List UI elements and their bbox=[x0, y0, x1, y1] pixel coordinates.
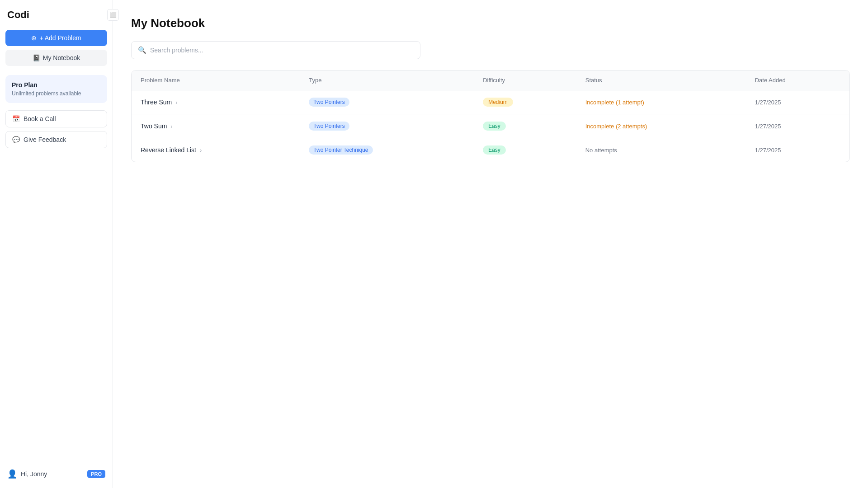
user-greeting: Hi, Jonny bbox=[21, 470, 47, 478]
table-row[interactable]: Two Sum › Two Pointers Easy Incomplete (… bbox=[132, 114, 849, 138]
cell-date-1: 1/27/2025 bbox=[746, 114, 849, 138]
give-feedback-button[interactable]: 💬 Give Feedback bbox=[5, 131, 107, 148]
my-notebook-label: My Notebook bbox=[43, 54, 80, 61]
cell-difficulty-0: Medium bbox=[474, 90, 576, 114]
sidebar: Codi ⊕ + Add Problem 📓 My Notebook Pro P… bbox=[0, 0, 113, 488]
cell-problem-name-2: Reverse Linked List › bbox=[132, 138, 300, 162]
search-icon: 🔍 bbox=[138, 46, 146, 54]
date-added-text: 1/27/2025 bbox=[755, 123, 781, 130]
col-header-date-added: Date Added bbox=[746, 70, 849, 90]
problems-table: Problem Name Type Difficulty Status Date… bbox=[132, 70, 849, 162]
sidebar-footer: 👤 Hi, Jonny PRO bbox=[5, 465, 107, 479]
problems-table-container: Problem Name Type Difficulty Status Date… bbox=[131, 70, 850, 162]
give-feedback-icon: 💬 bbox=[12, 136, 20, 143]
pro-badge: PRO bbox=[87, 470, 105, 478]
pro-plan-subtitle: Unlimited problems available bbox=[12, 90, 101, 97]
date-added-text: 1/27/2025 bbox=[755, 99, 781, 106]
book-call-icon: 📅 bbox=[12, 115, 20, 122]
chevron-right-icon: › bbox=[175, 99, 177, 106]
cell-status-0: Incomplete (1 attempt) bbox=[576, 90, 746, 114]
problem-name-text: Reverse Linked List bbox=[141, 146, 196, 154]
cell-difficulty-2: Easy bbox=[474, 138, 576, 162]
cell-date-2: 1/27/2025 bbox=[746, 138, 849, 162]
my-notebook-button[interactable]: 📓 My Notebook bbox=[5, 50, 107, 66]
book-a-call-button[interactable]: 📅 Book a Call bbox=[5, 110, 107, 127]
chevron-right-icon: › bbox=[170, 123, 172, 130]
main-content: My Notebook 🔍 Problem Name Type Difficul… bbox=[113, 0, 868, 488]
problem-name-text: Three Sum bbox=[141, 99, 172, 106]
problem-name-text: Two Sum bbox=[141, 122, 167, 130]
notebook-icon: 📓 bbox=[33, 54, 40, 61]
col-header-difficulty: Difficulty bbox=[474, 70, 576, 90]
page-title: My Notebook bbox=[131, 16, 850, 30]
cell-status-2: No attempts bbox=[576, 138, 746, 162]
plus-icon: ⊕ bbox=[31, 34, 37, 42]
book-call-label: Book a Call bbox=[24, 115, 56, 122]
table-header-row: Problem Name Type Difficulty Status Date… bbox=[132, 70, 849, 90]
cell-problem-name-0: Three Sum › bbox=[132, 90, 300, 114]
type-badge: Two Pointer Technique bbox=[309, 145, 373, 155]
date-added-text: 1/27/2025 bbox=[755, 147, 781, 154]
status-text: Incomplete (1 attempt) bbox=[585, 99, 644, 106]
search-bar: 🔍 bbox=[131, 41, 420, 59]
user-icon: 👤 bbox=[7, 469, 17, 479]
col-header-problem-name: Problem Name bbox=[132, 70, 300, 90]
status-text: Incomplete (2 attempts) bbox=[585, 123, 647, 130]
cell-status-1: Incomplete (2 attempts) bbox=[576, 114, 746, 138]
table-row[interactable]: Reverse Linked List › Two Pointer Techni… bbox=[132, 138, 849, 162]
search-input[interactable] bbox=[150, 47, 414, 54]
table-row[interactable]: Three Sum › Two Pointers Medium Incomple… bbox=[132, 90, 849, 114]
add-problem-button[interactable]: ⊕ + Add Problem bbox=[5, 30, 107, 46]
give-feedback-label: Give Feedback bbox=[24, 136, 66, 143]
difficulty-badge: Easy bbox=[483, 145, 506, 155]
collapse-icon: ⬜ bbox=[110, 12, 117, 18]
collapse-sidebar-button[interactable]: ⬜ bbox=[107, 9, 119, 21]
cell-date-0: 1/27/2025 bbox=[746, 90, 849, 114]
pro-plan-card: Pro Plan Unlimited problems available bbox=[5, 75, 107, 103]
col-header-status: Status bbox=[576, 70, 746, 90]
status-text: No attempts bbox=[585, 147, 617, 154]
cell-difficulty-1: Easy bbox=[474, 114, 576, 138]
difficulty-badge: Easy bbox=[483, 122, 506, 131]
col-header-type: Type bbox=[300, 70, 474, 90]
cell-type-2: Two Pointer Technique bbox=[300, 138, 474, 162]
user-info: 👤 Hi, Jonny bbox=[7, 469, 47, 479]
chevron-right-icon: › bbox=[200, 147, 202, 154]
cell-problem-name-1: Two Sum › bbox=[132, 114, 300, 138]
type-badge: Two Pointers bbox=[309, 98, 349, 107]
type-badge: Two Pointers bbox=[309, 122, 349, 131]
cell-type-1: Two Pointers bbox=[300, 114, 474, 138]
pro-plan-title: Pro Plan bbox=[12, 81, 101, 89]
difficulty-badge: Medium bbox=[483, 98, 513, 107]
cell-type-0: Two Pointers bbox=[300, 90, 474, 114]
app-logo: Codi bbox=[5, 9, 107, 21]
add-problem-label: + Add Problem bbox=[39, 34, 81, 42]
